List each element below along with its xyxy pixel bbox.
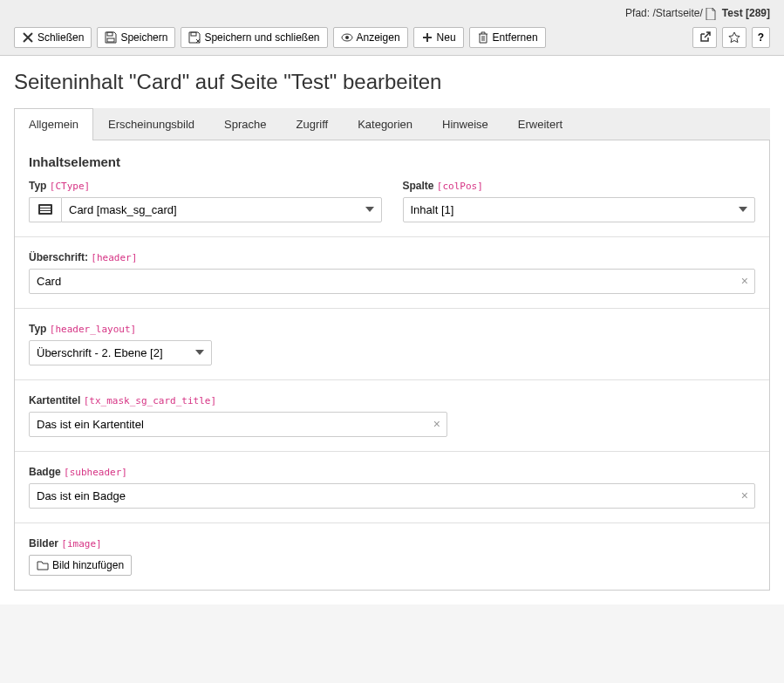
colpos-label: Spalte [colPos] [403,180,756,192]
card-title-input[interactable] [29,412,447,437]
page-icon [706,8,716,20]
close-button[interactable]: Schließen [14,27,92,48]
card-title-clear[interactable]: × [433,417,440,431]
help-button[interactable]: ? [752,27,770,48]
breadcrumb-root[interactable]: /Startseite/ [652,7,702,19]
delete-label: Entfernen [493,31,538,44]
tab-zugriff[interactable]: Zugriff [282,108,344,140]
image-label: Bilder [image] [29,537,755,550]
header-input[interactable] [29,269,755,294]
view-label: Anzeigen [357,31,400,44]
folder-icon [37,559,49,571]
save-close-button[interactable]: Speichern und schließen [181,27,327,48]
breadcrumb-prefix: Pfad: [625,7,650,19]
save-icon [105,31,117,44]
ctype-select[interactable]: Card [mask_sg_card] [61,197,382,222]
view-button[interactable]: Anzeigen [333,27,408,48]
header-layout-select[interactable]: Überschrift - 2. Ebene [2] [29,340,212,365]
ctype-label: Typ [CType] [29,180,382,192]
section-title: Inhaltselement [29,154,755,169]
add-image-button[interactable]: Bild hinzufügen [29,555,132,576]
svg-rect-7 [40,208,51,210]
colpos-select[interactable]: Inhalt [1] [403,197,756,222]
external-link-icon [699,31,711,44]
svg-rect-6 [40,206,51,208]
tab-erweitert[interactable]: Erweitert [503,108,577,140]
share-button[interactable] [692,27,717,48]
tab-hinweise[interactable]: Hinweise [427,108,503,140]
new-button[interactable]: Neu [413,27,464,48]
header-layout-label: Typ [header_layout] [29,323,755,335]
star-icon [728,31,740,44]
breadcrumb-id: [289] [746,7,770,19]
card-title-label: Kartentitel [tx_mask_sg_card_title] [29,394,755,406]
tabs: Allgemein Erscheinungsbild Sprache Zugri… [14,108,770,140]
badge-input[interactable] [29,483,755,509]
add-image-label: Bild hinzufügen [52,559,124,571]
header-label: Überschrift: [header] [29,251,755,263]
svg-point-4 [345,36,349,39]
plus-icon [421,31,433,44]
save-button[interactable]: Speichern [97,27,175,48]
save-close-icon [188,31,201,44]
save-close-label: Speichern und schließen [204,31,319,44]
new-label: Neu [437,31,456,44]
question-icon: ? [758,31,764,44]
page-title: Seiteninhalt "Card" auf Seite "Test" bea… [14,70,770,94]
breadcrumb: Pfad: /Startseite/ Test [289] [14,7,770,20]
tab-allgemein[interactable]: Allgemein [14,108,93,140]
badge-label: Badge [subheader] [29,466,755,478]
tab-sprache[interactable]: Sprache [209,108,281,140]
save-label: Speichern [120,31,167,44]
ctype-icon [29,197,61,222]
badge-clear[interactable]: × [741,488,748,502]
trash-icon [477,31,489,44]
svg-rect-0 [107,32,112,36]
eye-icon [341,31,353,44]
tab-erscheinungsbild[interactable]: Erscheinungsbild [93,108,209,140]
svg-rect-1 [107,38,114,42]
svg-rect-2 [191,32,196,36]
close-icon [22,31,34,44]
tab-kategorien[interactable]: Kategorien [343,108,427,140]
svg-rect-8 [40,211,51,213]
close-label: Schließen [37,31,84,44]
header-clear[interactable]: × [741,274,748,288]
breadcrumb-page[interactable]: Test [722,7,743,19]
bookmark-button[interactable] [722,27,747,48]
delete-button[interactable]: Entfernen [469,27,546,48]
